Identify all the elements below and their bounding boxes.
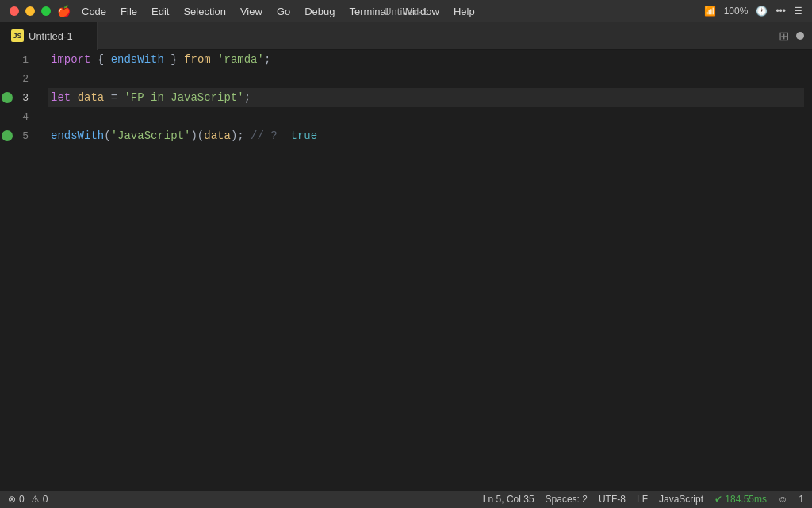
gutter-row-4: 4 <box>0 107 48 126</box>
breakpoint-5 <box>2 130 13 141</box>
js-file-icon: JS <box>11 29 24 42</box>
token-js-string: 'JavaScript' <box>111 126 191 145</box>
token-data-arg: data <box>204 126 231 145</box>
cursor-position[interactable]: Ln 5, Col 35 <box>483 494 534 505</box>
token-paren-open: ( <box>104 126 110 145</box>
token-paren-close-open: )( <box>190 126 204 145</box>
line-number-5: 5 <box>13 130 35 142</box>
token-space-2 <box>71 88 77 107</box>
tabbar: JS Untitled-1 ⊞ <box>0 22 812 50</box>
token-from: from <box>184 50 211 69</box>
token-semi-1: ; <box>264 50 270 69</box>
line-number-1: 1 <box>13 54 35 66</box>
code-line-4 <box>48 107 804 126</box>
token-fp-string: 'FP in JavaScript' <box>124 88 243 107</box>
error-number: 0 <box>19 494 25 505</box>
line-endings[interactable]: LF <box>637 494 648 505</box>
error-count[interactable]: ⊗ 0 <box>8 494 25 505</box>
maximize-button[interactable] <box>41 6 51 16</box>
wifi-icon: 📶 <box>704 6 716 17</box>
menu-code[interactable]: Code <box>75 4 113 19</box>
gutter-row-5: 5 <box>0 126 48 145</box>
token-let: let <box>51 88 71 107</box>
error-icon: ⊗ <box>8 494 16 505</box>
code-line-1: import { endsWith } from 'ramda' ; <box>48 50 804 69</box>
token-paren-end: ); <box>231 126 244 145</box>
code-line-3: let data = 'FP in JavaScript' ; <box>48 88 804 107</box>
battery-icon: 100% <box>724 6 749 17</box>
more-icon: ••• <box>776 6 786 17</box>
code-area[interactable]: import { endsWith } from 'ramda' ; let d… <box>48 50 804 491</box>
traffic-lights <box>10 6 51 16</box>
timing-indicator: ✔ 184.55ms <box>714 494 767 505</box>
token-space-1 <box>211 50 217 69</box>
scrollbar-track[interactable] <box>804 50 812 491</box>
language-mode[interactable]: JavaScript <box>659 494 703 505</box>
warning-icon: ⚠ <box>31 494 40 505</box>
split-editor-button[interactable]: ⊞ <box>776 28 791 44</box>
titlebar: 🍎 Code File Edit Selection View Go Debug… <box>0 0 812 22</box>
tab-label: Untitled-1 <box>29 30 73 42</box>
status-right: Ln 5, Col 35 Spaces: 2 UTF-8 LF JavaScri… <box>483 494 804 505</box>
token-space-4 <box>278 126 291 145</box>
menu-help[interactable]: Help <box>447 4 481 19</box>
editor: 1 2 3 4 5 import { endsWith } fr <box>0 50 812 491</box>
menu-selection[interactable]: Selection <box>177 4 232 19</box>
minimize-button[interactable] <box>25 6 35 16</box>
line-number-3: 3 <box>13 92 35 104</box>
warning-count[interactable]: ⚠ 0 <box>31 494 48 505</box>
token-import: import <box>51 50 90 69</box>
gutter-row-1: 1 <box>0 50 48 69</box>
line-gutter: 1 2 3 4 5 <box>0 50 48 491</box>
token-endsWith-call: endsWith <box>51 126 104 145</box>
token-brace-open: { <box>90 50 110 69</box>
status-left: ⊗ 0 ⚠ 0 <box>8 494 48 505</box>
code-line-5: endsWith ( 'JavaScript' )( data ); // ? … <box>48 126 804 145</box>
menu-go[interactable]: Go <box>270 4 297 19</box>
menu-debug[interactable]: Debug <box>298 4 341 19</box>
file-encoding[interactable]: UTF-8 <box>599 494 626 505</box>
token-equals: = <box>104 88 124 107</box>
line-number-2: 2 <box>13 73 35 85</box>
menu-file[interactable]: File <box>114 4 144 19</box>
title-right-controls: 📶 100% 🕐 ••• ☰ <box>704 6 802 17</box>
apple-icon: 🍎 <box>57 5 71 17</box>
statusbar: ⊗ 0 ⚠ 0 Ln 5, Col 35 Spaces: 2 UTF-8 LF … <box>0 491 812 508</box>
sidebar-icon: ☰ <box>794 6 802 17</box>
token-true: true <box>291 126 318 145</box>
gutter-row-3: 3 <box>0 88 48 107</box>
smiley-icon: ☺ <box>778 494 787 505</box>
indentation[interactable]: Spaces: 2 <box>546 494 588 505</box>
line-number-4: 4 <box>13 111 35 123</box>
token-comment: // ? <box>251 126 278 145</box>
unsaved-indicator <box>796 32 804 40</box>
token-brace-close: } <box>164 50 184 69</box>
token-ramda: 'ramda' <box>217 50 264 69</box>
warning-number: 0 <box>43 494 48 505</box>
tab-untitled-1[interactable]: JS Untitled-1 <box>0 22 98 50</box>
token-semi-2: ; <box>244 88 251 107</box>
token-data-var: data <box>78 88 105 107</box>
code-line-2 <box>48 69 804 88</box>
notification-count[interactable]: 1 <box>799 494 804 505</box>
window-title: Untitled-1 <box>384 6 428 17</box>
menu-view[interactable]: View <box>234 4 269 19</box>
token-space-3 <box>244 126 251 145</box>
token-endsWith: endsWith <box>111 50 164 69</box>
gutter-row-2: 2 <box>0 69 48 88</box>
clock-icon: 🕐 <box>756 6 768 17</box>
breakpoint-3 <box>2 92 13 103</box>
close-button[interactable] <box>10 6 19 16</box>
menu-edit[interactable]: Edit <box>145 4 175 19</box>
